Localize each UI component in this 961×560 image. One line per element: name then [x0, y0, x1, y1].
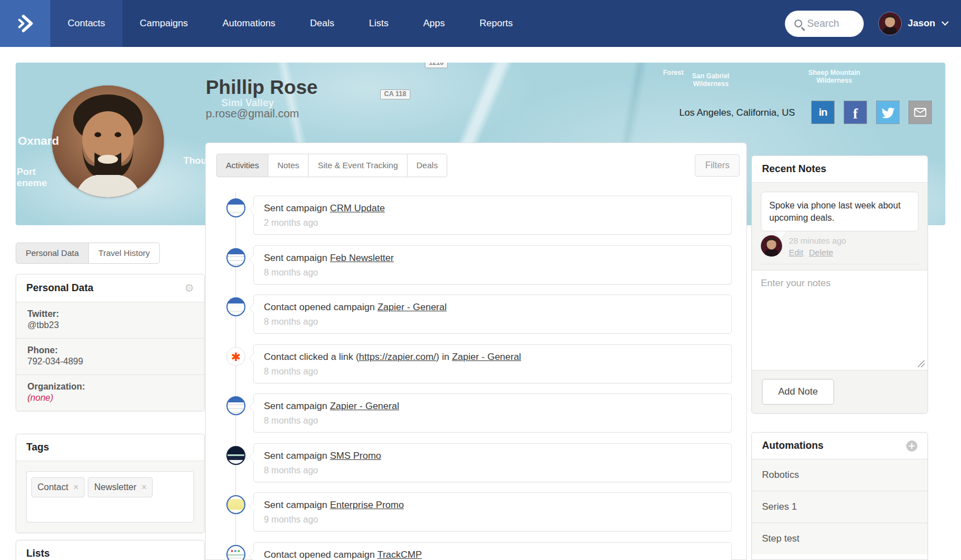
notes-footer: Add Note	[752, 371, 927, 413]
feed-card: Contact clicked a link (https://zapier.c…	[253, 344, 732, 383]
note-meta: 28 minutes ago Edit Delete	[761, 235, 919, 264]
automation-row[interactable]: Robotics	[752, 459, 927, 491]
map-label: CA 118	[380, 89, 410, 99]
tag-remove-icon[interactable]: ×	[73, 482, 78, 492]
feed-item: Sent campaign Enterprise Promo9 months a…	[206, 492, 746, 536]
search-input[interactable]	[807, 18, 859, 30]
note-textarea[interactable]	[752, 270, 927, 370]
feed-card: Sent campaign SMS Promo8 months ago	[253, 443, 732, 482]
nav-item-apps[interactable]: Apps	[406, 0, 462, 47]
campaign-icon	[226, 446, 245, 465]
feed-link[interactable]: Feb Newsletter	[330, 253, 394, 263]
campaign-icon	[226, 396, 245, 415]
automations-title: Automations	[762, 440, 823, 452]
contact-location: Los Angeles, California, US	[679, 107, 795, 118]
automations-panel: Automations RoboticsSeries 1Step test	[751, 432, 928, 560]
feed-card: Sent campaign Feb Newsletter8 months ago	[253, 245, 732, 284]
feed-link[interactable]: Zapier - General	[452, 352, 521, 362]
map-label: Simi Valley	[221, 97, 274, 109]
feed-timestamp: 9 months ago	[264, 515, 721, 525]
nav-item-campaigns[interactable]: Campaigns	[122, 0, 205, 47]
nav-item-automations[interactable]: Automations	[205, 0, 293, 47]
feed-text: Contact opened campaign TrackCMP	[264, 549, 721, 560]
feed-timestamp: 8 months ago	[264, 416, 721, 426]
top-navbar: ContactsCampaignsAutomationsDealsListsAp…	[0, 0, 961, 47]
tab-site-event-tracking[interactable]: Site & Event Tracking	[308, 154, 407, 177]
tab-deals[interactable]: Deals	[407, 154, 447, 177]
contact-avatar	[52, 86, 164, 197]
feed-item: Sent campaign Zapier - General8 months a…	[206, 393, 746, 437]
note-bubble-tail	[774, 231, 787, 239]
tags-panel: Tags Contact×Newsletter×	[16, 434, 205, 533]
tab-notes[interactable]: Notes	[268, 154, 309, 177]
campaign-icon	[226, 248, 245, 267]
campaign-icon	[226, 495, 245, 514]
note-delete-link[interactable]: Delete	[809, 248, 833, 257]
contact-name: Phillip Rose	[206, 76, 318, 98]
social-facebook-icon[interactable]: f	[844, 101, 867, 124]
feed-link[interactable]: https://zapier.com/	[359, 352, 436, 362]
automation-row[interactable]: Series 1	[752, 491, 927, 523]
campaign-icon	[226, 198, 245, 217]
note-edit-link[interactable]: Edit	[789, 248, 803, 257]
activity-tabs: ActivitiesNotesSite & Event TrackingDeal…	[216, 154, 447, 177]
nav-item-reports[interactable]: Reports	[462, 0, 531, 47]
feed-link[interactable]: Enterprise Promo	[330, 500, 404, 510]
feed-item: Contact opened campaign TrackCMP	[206, 542, 746, 560]
field-value: 792-034-4899	[27, 357, 193, 367]
feed-card: Contact opened campaign TrackCMP	[253, 542, 732, 560]
note-thread: Spoke via phone last week about upcoming…	[752, 182, 927, 270]
social-email-icon[interactable]	[908, 101, 932, 124]
add-note-button[interactable]: Add Note	[762, 379, 834, 405]
tag-remove-icon[interactable]: ×	[141, 482, 146, 492]
feed-text: Contact clicked a link (https://zapier.c…	[264, 352, 721, 363]
social-twitter-icon[interactable]	[876, 101, 900, 124]
nav-item-deals[interactable]: Deals	[293, 0, 352, 47]
add-automation-icon[interactable]	[906, 440, 917, 452]
tab-activities[interactable]: Activities	[216, 154, 268, 177]
toggle-travel-history[interactable]: Travel History	[88, 243, 160, 264]
feed-timestamp: 8 months ago	[264, 268, 721, 278]
map-label: Forest	[663, 69, 684, 77]
recent-notes-title: Recent Notes	[762, 163, 826, 175]
map-label: 1210	[425, 63, 448, 68]
feed-item: Sent campaign CRM Update2 months ago	[206, 196, 746, 239]
personal-data-panel: Personal Data ⚙ Twitter:@tbb23Phone:792-…	[16, 274, 205, 411]
user-name[interactable]: Jason	[908, 18, 935, 29]
activecampaign-logo[interactable]	[0, 0, 50, 47]
toggle-personal-data[interactable]: Personal Data	[16, 243, 89, 264]
lists-title: Lists	[26, 548, 50, 559]
social-linkedin-icon[interactable]: in	[811, 101, 835, 124]
feed-link[interactable]: TrackCMP	[377, 549, 422, 560]
user-avatar[interactable]	[878, 12, 902, 35]
contact-email: p.rose@gmail.com	[206, 107, 299, 120]
tags-title: Tags	[26, 442, 49, 453]
feed-link[interactable]: CRM Update	[330, 203, 385, 213]
nav-item-contacts[interactable]: Contacts	[50, 0, 122, 47]
field-label: Twitter:	[27, 309, 193, 319]
feed-link[interactable]: SMS Promo	[330, 450, 381, 461]
map-label: Sheep MountainWilderness	[808, 69, 860, 85]
automation-row[interactable]: Step test	[752, 523, 927, 554]
nav-item-lists[interactable]: Lists	[352, 0, 406, 47]
feed-item: Sent campaign SMS Promo8 months ago	[206, 443, 746, 487]
chevron-logo-icon	[10, 8, 41, 39]
feed-link[interactable]: Zapier - General	[330, 401, 399, 411]
feed-card: Contact opened campaign Zapier - General…	[253, 295, 732, 334]
tag-chip: Contact×	[31, 477, 84, 497]
filters-button[interactable]: Filters	[695, 154, 740, 177]
chevron-down-icon[interactable]	[941, 18, 949, 26]
personal-field-row: Phone:792-034-4899	[16, 338, 204, 374]
feed-card: Sent campaign Zapier - General8 months a…	[253, 393, 732, 433]
feed-link[interactable]: Zapier - General	[377, 302, 447, 312]
feed-text: Sent campaign Feb Newsletter	[264, 253, 721, 264]
feed-timestamp: 2 months ago	[264, 218, 721, 228]
activity-panel: ActivitiesNotesSite & Event TrackingDeal…	[205, 143, 747, 560]
map-label: Thou	[183, 155, 207, 167]
field-label: Organization:	[27, 382, 193, 392]
map-label: Oxnard	[18, 134, 59, 148]
search-box[interactable]	[785, 11, 864, 37]
tags-input-box[interactable]: Contact×Newsletter×	[26, 471, 194, 523]
gear-icon[interactable]: ⚙	[184, 282, 194, 295]
campaign-icon	[226, 297, 245, 316]
